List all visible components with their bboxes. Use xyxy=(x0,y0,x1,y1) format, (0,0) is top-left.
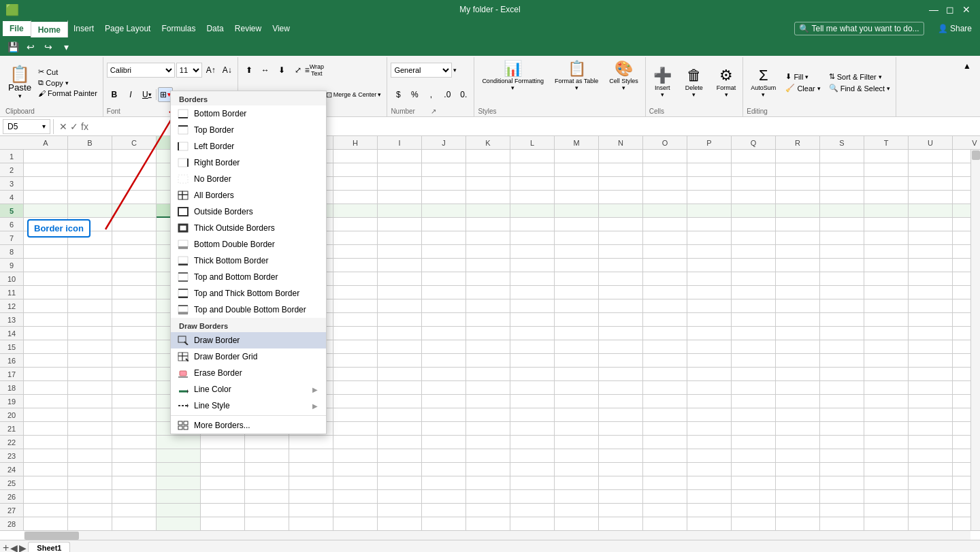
cell-T6[interactable] xyxy=(864,218,909,231)
cell-V5[interactable] xyxy=(953,204,970,218)
cell-S16[interactable] xyxy=(820,354,864,368)
cell-H7[interactable] xyxy=(333,231,378,245)
cell-P10[interactable] xyxy=(687,272,732,286)
cell-H5[interactable] xyxy=(333,204,378,218)
cell-N25[interactable] xyxy=(599,476,643,490)
cell-M26[interactable] xyxy=(555,490,599,504)
cell-L17[interactable] xyxy=(510,368,555,381)
right-border-item[interactable]: Right Border xyxy=(171,155,326,171)
cell-V11[interactable] xyxy=(953,286,970,299)
cell-Q23[interactable] xyxy=(732,449,776,463)
all-borders-item[interactable]: All Borders xyxy=(171,187,326,204)
cell-D28[interactable] xyxy=(157,517,201,530)
cell-J2[interactable] xyxy=(422,163,466,177)
cell-B28[interactable] xyxy=(68,517,112,530)
menu-item-home[interactable]: Home xyxy=(31,20,68,37)
cell-M21[interactable] xyxy=(555,422,599,436)
cell-A16[interactable] xyxy=(24,354,68,368)
cell-A1[interactable] xyxy=(24,150,68,163)
cell-M13[interactable] xyxy=(555,313,599,327)
cell-Q8[interactable] xyxy=(732,245,776,259)
cell-Q21[interactable] xyxy=(732,422,776,436)
top-border-item[interactable]: Top Border xyxy=(171,122,326,138)
cell-A8[interactable] xyxy=(24,245,68,259)
cell-I8[interactable] xyxy=(378,245,422,259)
cell-P19[interactable] xyxy=(687,395,732,408)
cell-L1[interactable] xyxy=(510,150,555,163)
cell-Q14[interactable] xyxy=(732,327,776,340)
cell-V16[interactable] xyxy=(953,354,970,368)
cell-M4[interactable] xyxy=(555,191,599,204)
cell-L13[interactable] xyxy=(510,313,555,327)
cell-P17[interactable] xyxy=(687,368,732,381)
cell-C3[interactable] xyxy=(112,177,157,191)
cell-I14[interactable] xyxy=(378,327,422,340)
cell-A28[interactable] xyxy=(24,517,68,530)
cell-S6[interactable] xyxy=(820,218,864,231)
cell-V9[interactable] xyxy=(953,259,970,272)
cancel-formula-button[interactable]: ✕ xyxy=(59,121,67,132)
cell-R21[interactable] xyxy=(776,422,820,436)
menu-item-data[interactable]: Data xyxy=(201,22,229,35)
scroll-thumb-h[interactable] xyxy=(24,532,79,540)
cell-Q10[interactable] xyxy=(732,272,776,286)
cell-Q11[interactable] xyxy=(732,286,776,299)
cell-name-dropdown[interactable]: ▾ xyxy=(42,123,46,130)
increase-decimal-button[interactable]: .0 xyxy=(440,87,455,102)
cell-O18[interactable] xyxy=(643,381,687,395)
cell-K19[interactable] xyxy=(466,395,510,408)
cell-F27[interactable] xyxy=(245,504,289,517)
cell-Q17[interactable] xyxy=(732,368,776,381)
cell-N5[interactable] xyxy=(599,204,643,218)
cell-B5[interactable] xyxy=(68,204,112,218)
cell-O14[interactable] xyxy=(643,327,687,340)
cell-G23[interactable] xyxy=(289,449,333,463)
cell-J25[interactable] xyxy=(422,476,466,490)
cell-C2[interactable] xyxy=(112,163,157,177)
cell-I23[interactable] xyxy=(378,449,422,463)
cell-B9[interactable] xyxy=(68,259,112,272)
cell-P6[interactable] xyxy=(687,218,732,231)
cell-M25[interactable] xyxy=(555,476,599,490)
cell-N8[interactable] xyxy=(599,245,643,259)
cell-N12[interactable] xyxy=(599,299,643,313)
cell-S15[interactable] xyxy=(820,340,864,354)
cell-B22[interactable] xyxy=(68,436,112,449)
cell-K27[interactable] xyxy=(466,504,510,517)
cell-A3[interactable] xyxy=(24,177,68,191)
cut-button[interactable]: ✂ Cut xyxy=(35,67,100,77)
undo-button[interactable]: ↩ xyxy=(23,39,38,54)
cell-J16[interactable] xyxy=(422,354,466,368)
cell-O3[interactable] xyxy=(643,177,687,191)
cell-F22[interactable] xyxy=(245,436,289,449)
top-and-bottom-border-item[interactable]: Top and Bottom Border xyxy=(171,269,326,285)
cell-J8[interactable] xyxy=(422,245,466,259)
cell-S1[interactable] xyxy=(820,150,864,163)
cell-P8[interactable] xyxy=(687,245,732,259)
cell-O19[interactable] xyxy=(643,395,687,408)
cell-V3[interactable] xyxy=(953,177,970,191)
cell-O26[interactable] xyxy=(643,490,687,504)
cell-O25[interactable] xyxy=(643,476,687,490)
cell-R26[interactable] xyxy=(776,490,820,504)
cell-S3[interactable] xyxy=(820,177,864,191)
cell-I9[interactable] xyxy=(378,259,422,272)
cell-L18[interactable] xyxy=(510,381,555,395)
cell-M7[interactable] xyxy=(555,231,599,245)
save-button[interactable]: 💾 xyxy=(5,39,20,54)
cell-K11[interactable] xyxy=(466,286,510,299)
cell-K1[interactable] xyxy=(466,150,510,163)
cell-M9[interactable] xyxy=(555,259,599,272)
cell-C18[interactable] xyxy=(112,381,157,395)
cell-U21[interactable] xyxy=(909,422,953,436)
cell-L15[interactable] xyxy=(510,340,555,354)
cell-K4[interactable] xyxy=(466,191,510,204)
cell-L8[interactable] xyxy=(510,245,555,259)
cell-name-box[interactable]: D5 ▾ xyxy=(3,119,50,134)
cell-Q1[interactable] xyxy=(732,150,776,163)
cell-M28[interactable] xyxy=(555,517,599,530)
cell-V22[interactable] xyxy=(953,436,970,449)
cell-R15[interactable] xyxy=(776,340,820,354)
cell-R4[interactable] xyxy=(776,191,820,204)
cell-U24[interactable] xyxy=(909,463,953,476)
